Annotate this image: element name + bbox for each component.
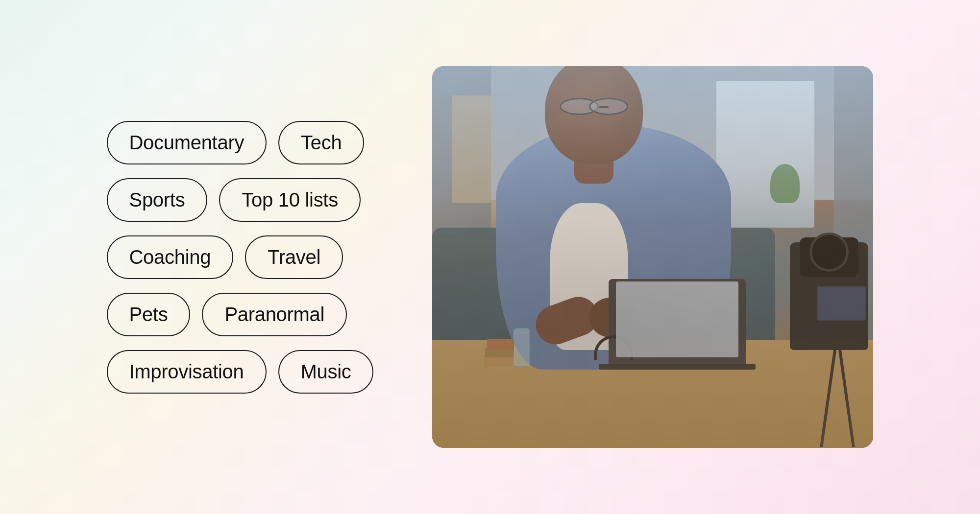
tags-section: Documentary Tech Sports Top 10 lists Coa… [107,121,374,394]
tag-paranormal[interactable]: Paranormal [202,293,347,336]
tag-tech[interactable]: Tech [278,121,364,164]
page-background: Documentary Tech Sports Top 10 lists Coa… [0,0,980,514]
tags-row-5: Improvisation Music [107,350,374,394]
tags-row-2: Sports Top 10 lists [107,178,374,222]
tag-improvisation[interactable]: Improvisation [107,350,267,394]
photo-overlay [432,66,873,448]
tag-top-10-lists[interactable]: Top 10 lists [219,178,361,222]
tags-row-3: Coaching Travel [107,235,374,279]
hero-photo [432,66,873,448]
tag-pets[interactable]: Pets [107,293,191,336]
tag-coaching[interactable]: Coaching [107,235,234,279]
photo-content [432,66,873,448]
tag-documentary[interactable]: Documentary [107,121,267,164]
tag-travel[interactable]: Travel [245,235,343,279]
tags-row-4: Pets Paranormal [107,293,374,336]
tags-row-1: Documentary Tech [107,121,374,164]
tag-sports[interactable]: Sports [107,178,208,222]
tag-music[interactable]: Music [278,350,374,394]
